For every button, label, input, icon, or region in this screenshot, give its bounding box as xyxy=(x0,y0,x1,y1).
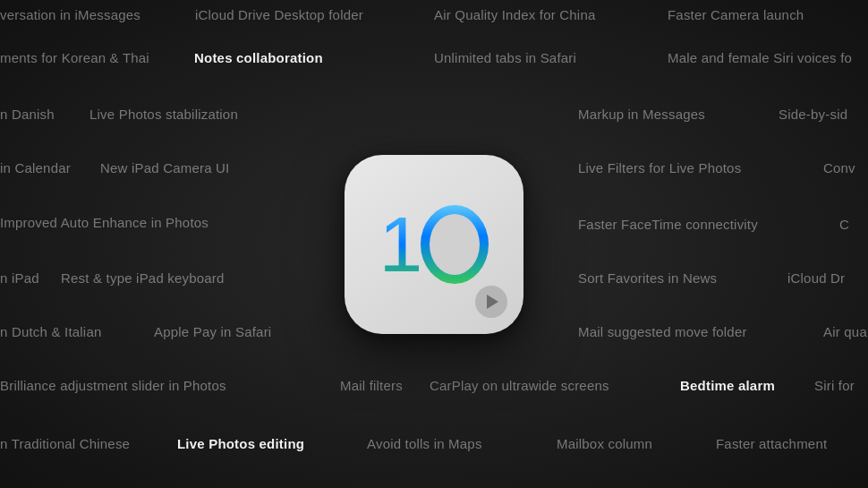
feature-live-filters: Live Filters for Live Photos xyxy=(578,160,741,176)
feature-bedtime-alarm: Bedtime alarm xyxy=(680,378,775,393)
feature-icloud-drive: iCloud Drive Desktop folder xyxy=(195,7,363,22)
logo-digit-one: 1 xyxy=(379,205,420,284)
ios-logo-container[interactable]: 1 xyxy=(345,155,523,334)
feature-mail-filters: Mail filters xyxy=(340,378,403,393)
feature-mailbox-column: Mailbox column xyxy=(557,436,652,451)
ios-logo-number: 1 xyxy=(379,205,489,284)
feature-mail-suggested: Mail suggested move folder xyxy=(578,324,747,339)
feature-apple-pay: Apple Pay in Safari xyxy=(154,324,271,339)
feature-siri-voices: Male and female Siri voices fo xyxy=(668,50,852,65)
feature-faster-attachments: Faster attachment xyxy=(716,436,827,451)
ios-logo-background: 1 xyxy=(345,155,523,334)
feature-rest-type: Rest & type iPad keyboard xyxy=(61,270,225,286)
feature-c-right: C xyxy=(839,217,849,232)
logo-digit-zero xyxy=(421,205,489,284)
feature-korean-thai: ments for Korean & Thai xyxy=(0,50,149,65)
play-triangle-icon xyxy=(487,295,498,309)
feature-traditional-chinese: n Traditional Chinese xyxy=(0,436,130,451)
play-button[interactable] xyxy=(475,286,507,318)
feature-conversation-imessages: versation in iMessages xyxy=(0,7,140,22)
feature-icloud-dr: iCloud Dr xyxy=(787,270,845,286)
feature-ipad-left: n iPad xyxy=(0,270,39,286)
feature-dutch-italian: n Dutch & Italian xyxy=(0,324,101,339)
feature-danish: n Danish xyxy=(0,107,55,122)
feature-faster-camera-launch: Faster Camera launch xyxy=(668,7,804,22)
feature-markup-messages: Markup in Messages xyxy=(578,107,705,122)
feature-siri-for: Siri for xyxy=(814,378,855,393)
feature-sort-favorites: Sort Favorites in News xyxy=(578,270,717,286)
feature-air-quality: Air Quality Index for China xyxy=(434,7,595,22)
feature-live-photos-editing: Live Photos editing xyxy=(177,436,304,451)
feature-air-qua: Air qua xyxy=(823,324,867,339)
feature-unlimited-tabs: Unlimited tabs in Safari xyxy=(434,50,576,65)
feature-auto-enhance: Improved Auto Enhance in Photos xyxy=(0,215,208,230)
feature-brilliance: Brilliance adjustment slider in Photos xyxy=(0,378,226,393)
feature-calendar: in Calendar xyxy=(0,160,71,176)
feature-conv: Conv xyxy=(823,160,855,176)
feature-carplay: CarPlay on ultrawide screens xyxy=(430,378,609,393)
feature-facetime-connectivity: Faster FaceTime connectivity xyxy=(578,217,758,232)
feature-new-ipad-camera: New iPad Camera UI xyxy=(100,160,229,176)
feature-notes-collab: Notes collaboration xyxy=(194,50,323,65)
feature-side-by-side: Side-by-sid xyxy=(779,107,847,122)
feature-avoid-tolls: Avoid tolls in Maps xyxy=(367,436,482,451)
feature-live-photos-stab: Live Photos stabilization xyxy=(89,107,238,122)
